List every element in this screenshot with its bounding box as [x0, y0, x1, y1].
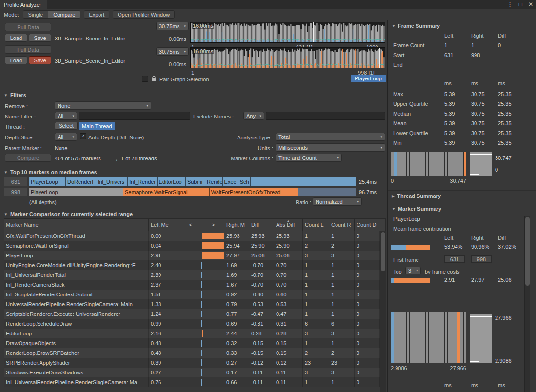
marker-summary-header[interactable]: ▼ Marker Summary: [392, 206, 441, 212]
top10-frame-number-left[interactable]: 631: [4, 177, 27, 186]
column-header-left-median[interactable]: Left Me: [149, 219, 179, 231]
column-header-count-diff[interactable]: Count D: [355, 219, 386, 231]
marker-columns-dropdown[interactable]: Time and Count ▾: [276, 154, 342, 162]
table-row[interactable]: UnityEngine.CoreModule.dll!UnityEngine.R…: [4, 260, 380, 270]
right-value: 30.75: [471, 140, 485, 146]
name-filter-mode-dropdown[interactable]: All ▾: [55, 112, 77, 120]
column-header-diff[interactable]: Diff: [249, 219, 274, 231]
row-label: Frame Count: [393, 42, 424, 48]
load-button-left[interactable]: Load: [5, 34, 27, 42]
top10-marker-segment[interactable]: DoRenderI: [66, 177, 96, 186]
export-button[interactable]: Export: [84, 10, 109, 19]
top10-marker-segment[interactable]: Inl_Render: [128, 177, 157, 186]
table-row[interactable]: UniversalRenderPipeline.RenderSingleCame…: [4, 299, 380, 309]
thread-summary-header[interactable]: ▶ Thread Summary: [392, 193, 441, 199]
graph-scale-dropdown-left[interactable]: 30.75ms ▾: [156, 22, 189, 30]
filters-section-header[interactable]: ▼ Filters: [4, 92, 26, 98]
frame-time-graph-right[interactable]: 16.00ms: [190, 47, 385, 68]
units-dropdown[interactable]: Milliseconds ▾: [276, 143, 385, 152]
table-row[interactable]: SRPBRender.ApplyShader 0.39 0.27 -0.12 0…: [4, 358, 380, 368]
cell-value: 0: [357, 272, 359, 278]
table-row[interactable]: PlayerLoop 2.91 27.97 25.06 25.06 3 3 0: [4, 251, 380, 260]
top10-marker-segment[interactable]: [298, 188, 356, 196]
top10-marker-segment[interactable]: Semaphore.WaitForSignal: [123, 188, 210, 196]
cell-count-left: 2: [303, 348, 329, 358]
maximize-icon[interactable]: □: [519, 1, 522, 8]
column-header-right-median[interactable]: Right M: [224, 219, 249, 231]
table-row[interactable]: Gfx.WaitForPresentOnGfxThread 0.00 25.93…: [4, 231, 380, 241]
depth-slice-dropdown[interactable]: All ▾: [55, 133, 77, 141]
first-frame-right-button[interactable]: 998: [471, 255, 492, 263]
table-row[interactable]: ScriptableRenderer.Execute: UniversalRen…: [4, 309, 380, 319]
table-row[interactable]: Inl_ScriptableRenderContext.Submit 1.51 …: [4, 290, 380, 299]
top10-marker-segment[interactable]: Inl_Univers: [96, 177, 128, 186]
thread-value-tag[interactable]: Main Thread: [79, 122, 115, 130]
table-row[interactable]: EditorLoop 2.16 2.44 0.28 0.28 3 3 0: [4, 329, 380, 338]
left-value: 5.39: [444, 111, 455, 117]
marker-comparison-header[interactable]: ▼ Marker Comparison for currently select…: [4, 211, 133, 217]
top10-marker-segment[interactable]: PlayerLoop: [29, 188, 123, 196]
load-button-right[interactable]: Load: [5, 56, 27, 64]
save-button-left[interactable]: Save: [29, 34, 51, 42]
save-label: Save: [34, 35, 46, 41]
exclude-mode-dropdown[interactable]: Any ▾: [243, 112, 264, 120]
frame-time-graph-left[interactable]: 16.00ms: [190, 22, 385, 43]
graph-scale-dropdown-right[interactable]: 30.75ms ▾: [156, 47, 189, 56]
column-header-right-bar[interactable]: >: [202, 219, 224, 231]
table-row[interactable]: Shadows.ExecuteDrawShadows 0.27 0.17 -0.…: [4, 368, 380, 377]
table-row[interactable]: DrawOpaqueObjects 0.48 0.32 -0.15 0.15 1…: [4, 338, 380, 348]
table-scrollbar[interactable]: [380, 231, 386, 392]
top-n-dropdown[interactable]: 3 ▾: [405, 267, 421, 274]
thread-select-button[interactable]: Select: [55, 122, 78, 130]
pull-data-button-left[interactable]: Pull Data: [5, 23, 51, 31]
col-right-label: Right: [471, 33, 484, 39]
top10-marker-segment[interactable]: EditorLoo: [158, 177, 186, 186]
top10-marker-segment[interactable]: Rende: [205, 177, 223, 186]
first-frame-left-button[interactable]: 631: [444, 255, 465, 263]
cell-value: 0.69: [226, 321, 237, 327]
mode-tab-single[interactable]: Single: [23, 10, 49, 19]
frame-summary-header[interactable]: ▼ Frame Summary: [392, 23, 440, 29]
auto-depth-checkbox[interactable]: ✓: [80, 133, 86, 139]
scrollbar-thumb[interactable]: [525, 217, 530, 286]
window-tab[interactable]: Profile Analyzer: [0, 0, 47, 9]
column-header-count-right[interactable]: Count R: [329, 219, 355, 231]
table-row[interactable]: RenderLoop.ScheduleDraw 0.99 0.69 -0.31 …: [4, 319, 380, 329]
table-row[interactable]: Semaphore.WaitForSignal 0.04 25.94 25.90…: [4, 241, 380, 251]
exclude-names-input[interactable]: [266, 112, 385, 120]
analysis-type-dropdown[interactable]: Total ▾: [276, 133, 385, 141]
scrollbar-thumb[interactable]: [381, 232, 385, 271]
cell-value: 0: [357, 292, 359, 297]
selected-marker-tag[interactable]: PlayerLoop: [351, 75, 386, 82]
table-row[interactable]: Inl_UniversalRenderPipeline.RenderSingle…: [4, 377, 380, 387]
cell-diff: -0.15: [249, 348, 274, 358]
table-row[interactable]: Inl_RenderCameraStack 2.37 1.67 -0.70 0.…: [4, 280, 380, 290]
top10-marker-segment[interactable]: WaitForPresentOnGfxThread: [210, 188, 298, 196]
column-header-count-left[interactable]: Count L: [303, 219, 329, 231]
open-profiler-button[interactable]: Open Profiler Window: [113, 10, 175, 19]
top10-marker-segment[interactable]: Exec: [223, 177, 238, 186]
menu-icon[interactable]: ⋮: [507, 1, 513, 8]
table-row[interactable]: RenderLoop.DrawSRPBatcher 0.48 0.33 -0.1…: [4, 348, 380, 358]
pull-data-button-right[interactable]: Pull Data: [5, 45, 51, 54]
top10-marker-segment[interactable]: Submi: [186, 177, 205, 186]
close-icon[interactable]: ✕: [528, 1, 533, 8]
column-header-left-bar[interactable]: <: [179, 219, 202, 231]
top10-section-header[interactable]: ▼ Top 10 markers on median frames: [4, 169, 97, 175]
remove-dropdown[interactable]: None ▾: [55, 101, 151, 110]
compare-button[interactable]: Compare: [5, 154, 51, 162]
top10-marker-segment[interactable]: Sch: [238, 177, 251, 186]
cell-value: 0.04: [151, 243, 161, 249]
table-row[interactable]: Inl_UniversalRenderTotal 2.39 1.69 -0.70…: [4, 270, 380, 280]
top10-frame-number-right[interactable]: 998: [4, 188, 27, 196]
top10-marker-segment[interactable]: PlayerLoop: [29, 177, 66, 186]
column-header-marker-name[interactable]: Marker Name: [4, 219, 149, 231]
save-button-right[interactable]: Save: [29, 56, 51, 64]
pair-graph-checkbox[interactable]: [142, 76, 148, 82]
ratio-dropdown[interactable]: Normalized ▾: [313, 197, 362, 206]
name-filter-input[interactable]: [79, 112, 190, 120]
mode-tab-compare[interactable]: Compare: [48, 10, 80, 19]
column-header-abs-diff[interactable]: ▲Abs Diff: [274, 219, 303, 231]
top10-marker-segment[interactable]: [251, 177, 356, 186]
panel-scrollbar[interactable]: [524, 216, 530, 392]
